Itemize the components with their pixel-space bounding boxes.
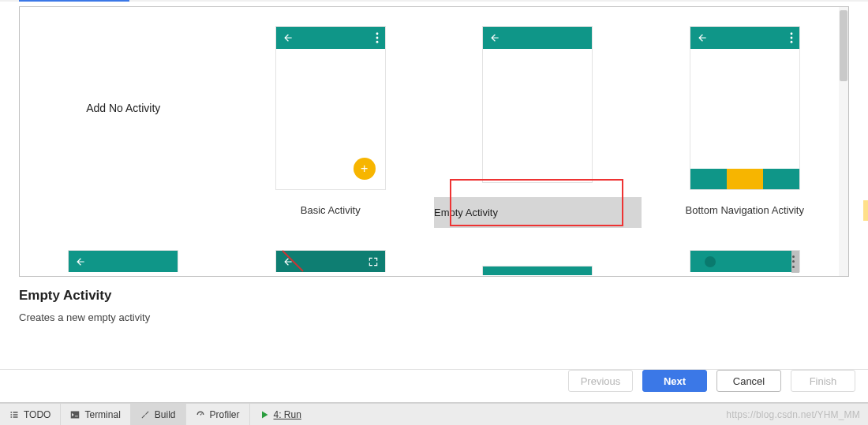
gauge-icon (196, 410, 205, 419)
template-row2-item-2[interactable] (227, 228, 435, 275)
template-gallery: Add No Activity + Basic Activity (19, 6, 849, 277)
wizard-buttons: Previous Next Cancel Finish (568, 362, 855, 400)
template-gallery-row-2 (20, 228, 848, 275)
template-thumb-tabs (690, 250, 800, 272)
template-label: Add No Activity (86, 102, 160, 114)
selection-title: Empty Activity (19, 288, 849, 304)
gray-edge (791, 251, 799, 273)
overflow-menu-dark-icon (791, 254, 797, 270)
play-icon (260, 410, 269, 419)
svg-point-4 (790, 37, 792, 39)
template-gallery-row-1: Add No Activity + Basic Activity (20, 7, 848, 228)
bottom-nav-icon (690, 169, 799, 189)
progress-bar-fill (19, 0, 129, 2)
template-bottom-navigation-activity[interactable]: Bottom Navigation Activity (642, 7, 849, 228)
appbar (276, 27, 385, 49)
overflow-menu-icon (790, 32, 793, 43)
template-label-selected: Empty Activity (434, 197, 642, 228)
svg-line-6 (282, 251, 303, 271)
back-arrow-icon (75, 256, 86, 267)
appbar (483, 27, 592, 49)
template-thumb-basic: + (275, 26, 386, 190)
template-row2-item-3[interactable] (434, 228, 642, 275)
previous-button: Previous (568, 370, 633, 392)
status-terminal[interactable]: Terminal (61, 404, 130, 425)
status-profiler[interactable]: Profiler (186, 404, 250, 425)
template-thumb-none: Add No Activity (68, 26, 178, 190)
cancel-button[interactable]: Cancel (716, 370, 781, 392)
svg-point-3 (790, 32, 792, 35)
template-label: Basic Activity (227, 204, 435, 216)
selection-description: Creates a new empty activity (19, 311, 849, 323)
vertical-scrollbar[interactable] (839, 7, 848, 276)
svg-point-1 (376, 37, 378, 39)
status-todo[interactable]: TODO (0, 404, 61, 425)
terminal-icon (70, 410, 80, 419)
status-label: Build (155, 409, 176, 420)
svg-point-2 (376, 41, 378, 43)
template-thumb-empty (482, 26, 593, 183)
progress-bar (0, 0, 868, 2)
template-row2-item-4[interactable] (642, 228, 849, 275)
template-empty-activity[interactable]: Empty Activity (434, 7, 642, 228)
scrollbar-thumb[interactable] (840, 10, 847, 81)
back-arrow-icon (489, 32, 500, 43)
status-bar: TODO Terminal Build Profiler 4: Run http… (0, 403, 868, 425)
status-label: TODO (24, 409, 51, 420)
back-arrow-icon (282, 32, 294, 43)
template-thumb-fullscreen (275, 250, 386, 272)
status-label: Terminal (84, 409, 120, 420)
circle-icon (705, 256, 716, 267)
hammer-icon (140, 410, 150, 419)
finish-button: Finish (791, 370, 855, 392)
status-label: 4: Run (274, 409, 301, 420)
watermark-text: https://blog.csdn.net/YHM_MM (726, 409, 860, 420)
template-row2-item-1[interactable] (20, 228, 227, 275)
overflow-menu-icon (376, 32, 379, 43)
svg-point-0 (376, 32, 378, 35)
next-button[interactable]: Next (642, 370, 707, 392)
template-add-no-activity[interactable]: Add No Activity (20, 7, 227, 228)
back-arrow-icon (697, 32, 708, 43)
status-build[interactable]: Build (131, 404, 186, 425)
diagonal-line-icon (281, 249, 305, 273)
fab-icon: + (354, 158, 376, 180)
template-label-text: Empty Activity (434, 207, 498, 218)
status-label: Profiler (210, 409, 240, 420)
template-thumb-partial (68, 250, 178, 272)
status-run[interactable]: 4: Run (250, 404, 311, 425)
side-marker (863, 200, 868, 221)
description-panel: Empty Activity Creates a new empty activ… (0, 277, 868, 323)
fullscreen-icon (368, 256, 379, 267)
appbar (690, 27, 799, 49)
template-thumb-partial (482, 266, 593, 275)
list-icon (9, 410, 19, 419)
svg-point-5 (790, 41, 792, 43)
template-thumb-bottomnav (690, 26, 800, 190)
template-basic-activity[interactable]: + Basic Activity (227, 7, 435, 228)
template-label: Bottom Navigation Activity (642, 204, 849, 216)
